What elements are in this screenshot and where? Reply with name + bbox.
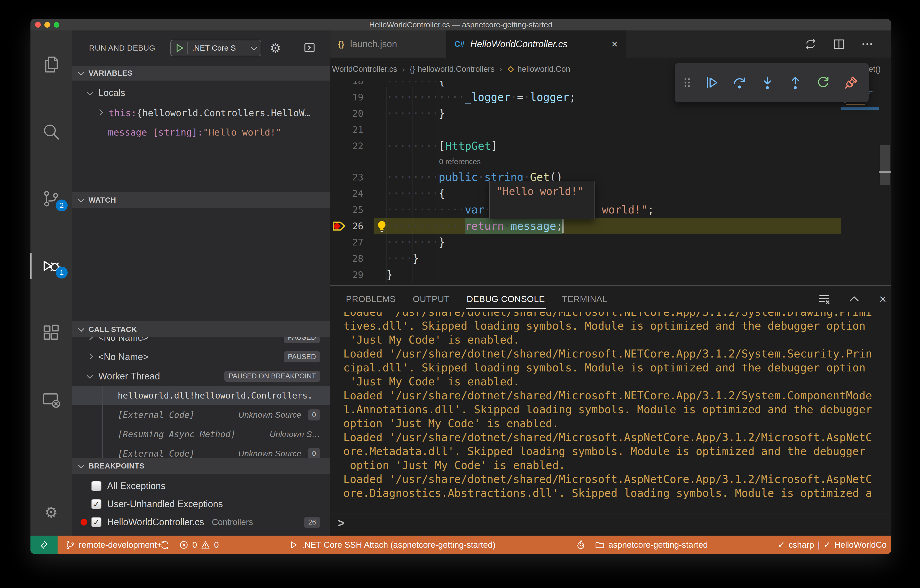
- run-and-debug-icon[interactable]: 1: [31, 252, 72, 280]
- code-line[interactable]: 28····}: [330, 250, 879, 267]
- call-stack-row[interactable]: Worker ThreadPAUSED ON BREAKPOINT: [72, 366, 330, 386]
- code-line[interactable]: 27········}: [330, 234, 879, 250]
- scrollbar-thumb[interactable]: [880, 145, 890, 185]
- call-stack-row[interactable]: <No Name>PAUSED: [72, 347, 330, 366]
- step-into-icon[interactable]: [753, 63, 781, 102]
- start-debug-icon[interactable]: [175, 43, 185, 53]
- maximize-panel-icon[interactable]: [844, 286, 865, 312]
- drag-handle-icon[interactable]: [677, 63, 698, 102]
- breakpoint-current-glyph[interactable]: [332, 220, 347, 233]
- code-line[interactable]: 29}: [330, 267, 879, 283]
- breakpoints-section-header[interactable]: BREAKPOINTS: [72, 458, 330, 474]
- checkbox[interactable]: [91, 481, 102, 491]
- search-icon[interactable]: [31, 117, 72, 146]
- chevron-down-icon: [251, 44, 257, 50]
- breakpoint-row[interactable]: ✓User-Unhandled Exceptions: [72, 495, 330, 513]
- close-tab-icon[interactable]: ×: [611, 38, 618, 50]
- variable-message-row[interactable]: message [string]: "Hello world!": [72, 123, 330, 141]
- thread-state-badge: PAUSED ON BREAKPOINT: [224, 371, 320, 382]
- locals-row[interactable]: Locals: [72, 84, 330, 102]
- checkbox[interactable]: ✓: [91, 499, 102, 509]
- code-line[interactable]: 26············return·message;: [330, 218, 879, 234]
- branch-status[interactable]: remote-development+: [65, 536, 162, 554]
- panel-tab-debug-console[interactable]: DEBUG CONSOLE: [467, 286, 545, 312]
- disconnect-icon[interactable]: [837, 63, 865, 102]
- console-prompt-icon[interactable]: >: [338, 516, 345, 530]
- panel-tab-output[interactable]: OUTPUT: [413, 286, 450, 312]
- flame-status[interactable]: [576, 536, 586, 554]
- lightbulb-icon[interactable]: [376, 220, 388, 234]
- problems-status[interactable]: 0 0: [179, 536, 219, 554]
- screen: HelloWorldController.cs — aspnetcore-get…: [0, 0, 920, 588]
- line-number: 22: [330, 138, 363, 154]
- step-over-icon[interactable]: [726, 63, 753, 102]
- code-line[interactable]: 20········}: [330, 105, 879, 121]
- bottom-panel: PROBLEMSOUTPUTDEBUG CONSOLETERMINAL × Lo…: [330, 285, 891, 536]
- code-line[interactable]: 24········{: [330, 185, 879, 202]
- breadcrumb-separator: ›: [402, 65, 405, 74]
- open-panel-icon[interactable]: [303, 41, 316, 55]
- open-changes-icon[interactable]: [799, 31, 822, 58]
- variables-section-header[interactable]: VARIABLES: [72, 66, 330, 81]
- code-line[interactable]: 23········public·string·Get(): [330, 169, 879, 185]
- titlebar[interactable]: HelloWorldController.cs — aspnetcore-get…: [31, 19, 891, 31]
- sync-status[interactable]: [160, 536, 170, 554]
- breadcrumb-tail[interactable]: et(): [869, 58, 881, 81]
- watch-section-header[interactable]: WATCH: [72, 192, 330, 208]
- stack-frame-source: Unknown Source: [238, 449, 301, 458]
- launch-config-dropdown[interactable]: .NET Core S: [170, 40, 261, 56]
- breadcrumb-item[interactable]: helloworld.Con: [517, 65, 570, 74]
- extensions-icon[interactable]: [31, 319, 72, 347]
- console-line: cipal.dll'. Skipped loading symbols. Mod…: [343, 361, 891, 375]
- panel-tab-problems[interactable]: PROBLEMS: [346, 286, 396, 312]
- restart-icon[interactable]: [809, 63, 837, 102]
- explorer-icon[interactable]: [31, 50, 72, 79]
- breakpoint-row[interactable]: All Exceptions: [72, 477, 330, 495]
- tab-helloworldcontroller[interactable]: C# HelloWorldController.cs ×: [447, 31, 626, 58]
- file-indicator-label: HelloWorldCo: [834, 540, 887, 550]
- split-editor-icon[interactable]: [827, 31, 850, 58]
- source-control-icon[interactable]: 2: [31, 185, 72, 213]
- checkbox[interactable]: ✓: [91, 517, 102, 527]
- step-out-icon[interactable]: [781, 63, 809, 102]
- close-panel-icon[interactable]: ×: [873, 286, 891, 312]
- chevron-right-icon: [87, 353, 93, 359]
- code-line[interactable]: 21: [330, 121, 879, 138]
- call-stack-row[interactable]: [Resuming Async Method]Unknown S…: [72, 424, 330, 444]
- folder-status[interactable]: aspnetcore-getting-started: [594, 536, 708, 554]
- call-stack-row[interactable]: helloworld.dll!helloworld.Controllers.: [72, 386, 330, 405]
- breadcrumb-item[interactable]: WorldController.cs: [332, 65, 397, 74]
- call-stack-section-header[interactable]: CALL STACK: [72, 321, 330, 337]
- debug-console-output[interactable]: Loaded '/usr/share/dotnet/shared/Microso…: [330, 312, 891, 513]
- continue-icon[interactable]: [698, 63, 726, 102]
- code-text: ····}: [386, 250, 419, 267]
- more-actions-icon[interactable]: [856, 31, 879, 58]
- clear-console-icon[interactable]: [814, 286, 834, 312]
- debug-toolbar[interactable]: [675, 63, 869, 102]
- console-line: tives.dll'. Skipped loading symbols. Mod…: [343, 319, 891, 333]
- sync-icon: [160, 540, 170, 550]
- code-line[interactable]: 25············var·message·=·"Hello world…: [330, 202, 879, 218]
- breakpoint-label: All Exceptions: [107, 481, 165, 491]
- codelens[interactable]: 0 references: [439, 154, 481, 169]
- breakpoint-row[interactable]: ✓HelloWorldController.csControllers26: [72, 513, 330, 531]
- variable-this-row[interactable]: this: {helloworld.Controllers.HelloW…: [72, 104, 330, 122]
- panel-tabs: PROBLEMSOUTPUTDEBUG CONSOLETERMINAL: [330, 286, 891, 312]
- configure-gear-icon[interactable]: ⚙: [267, 40, 284, 56]
- settings-gear-icon[interactable]: ⚙: [31, 498, 72, 526]
- console-line: ore.Metadata.dll'. Skipped loading symbo…: [343, 444, 891, 458]
- debug-target-status[interactable]: .NET Core SSH Attach (aspnetcore-getting…: [288, 536, 496, 554]
- remote-indicator[interactable]: [31, 536, 58, 554]
- code-line[interactable]: 22········[HttpGet]: [330, 138, 879, 154]
- breadcrumb-item[interactable]: helloworld.Controllers: [418, 65, 495, 74]
- line-number: 29: [330, 267, 363, 283]
- language-status[interactable]: ✓ csharp | ✓ HelloWorldCo: [778, 536, 891, 554]
- section-title: BREAKPOINTS: [89, 462, 144, 470]
- remote-explorer-icon[interactable]: [31, 386, 72, 414]
- editor-scrollbar[interactable]: [879, 58, 891, 285]
- console-line: 'Just My Code' is enabled.: [343, 333, 891, 347]
- divider: [188, 42, 188, 54]
- panel-tab-terminal[interactable]: TERMINAL: [562, 286, 607, 312]
- call-stack-row[interactable]: [External Code]Unknown Source0: [72, 405, 330, 424]
- tab-launch-json[interactable]: {} launch.json: [330, 31, 447, 58]
